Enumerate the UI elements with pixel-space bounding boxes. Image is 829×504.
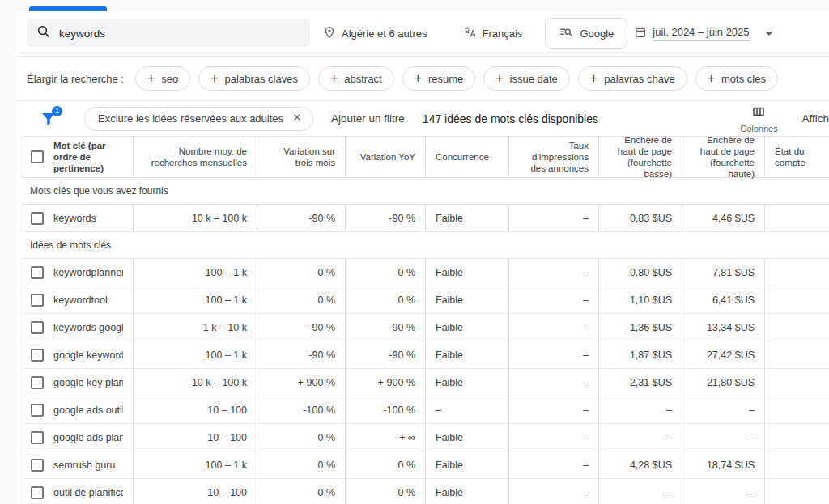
header-competition[interactable]: Concurrence	[426, 137, 509, 177]
date-range-selector[interactable]: juil. 2024 – juin 2025	[634, 26, 772, 41]
keyword-planner-page: Algérie et 6 autres Français Google juil…	[0, 0, 829, 504]
broaden-chip[interactable]: + seo	[135, 66, 190, 91]
active-filter-chip[interactable]: Exclure les idées réservées aux adultes	[84, 107, 313, 131]
broaden-chip[interactable]: + abstract	[318, 66, 394, 91]
keyword-text[interactable]: google key planner	[53, 377, 123, 388]
location-selector[interactable]: Algérie et 6 autres	[323, 26, 427, 41]
three-month-change-cell: -90 %	[257, 314, 346, 341]
broaden-chip[interactable]: + palabras claves	[198, 66, 310, 91]
account-status-cell	[765, 314, 829, 341]
account-status-cell	[765, 479, 829, 504]
add-filter-button[interactable]: Ajouter un filtre	[331, 112, 405, 125]
filter-button[interactable]: 1	[39, 109, 58, 129]
keyword-cell: keywords google	[23, 314, 134, 341]
columns-icon	[751, 104, 766, 122]
columns-button[interactable]: Colonnes	[733, 104, 784, 133]
account-status-cell	[765, 424, 829, 451]
keyword-text[interactable]: keywordplanner	[53, 267, 123, 278]
keyword-text[interactable]: outil de planificatio…	[53, 487, 123, 498]
broaden-chip[interactable]: + issue date	[483, 66, 570, 91]
filter-bar: 1 Exclure les idées réservées aux adulte…	[16, 101, 829, 136]
row-checkbox[interactable]	[31, 404, 44, 417]
yoy-change-cell: 0 %	[346, 259, 426, 286]
tab-strip	[0, 0, 829, 11]
broaden-chip-label: seo	[161, 73, 178, 85]
row-checkbox[interactable]	[31, 431, 44, 444]
broaden-chip[interactable]: + resume	[402, 66, 476, 91]
close-icon[interactable]	[291, 112, 303, 125]
bid-low-cell: 4,28 $US	[599, 451, 682, 478]
three-month-change-cell: -90 %	[257, 205, 346, 231]
bid-low-cell: –	[599, 424, 682, 451]
three-month-change-cell: 0 %	[257, 424, 346, 451]
broaden-search-label: Élargir la recherche :	[27, 73, 124, 85]
competition-cell: Faible	[426, 341, 509, 368]
three-month-change-cell: 0 %	[257, 451, 346, 478]
header-three-month-change[interactable]: Variation sur trois mois	[257, 137, 346, 177]
table-row: keywordplanner 100 – 1 k 0 % 0 % Faible …	[23, 259, 829, 286]
keyword-text[interactable]: google keywordpla…	[53, 349, 123, 361]
avg-searches-cell: 1 k – 10 k	[134, 314, 257, 341]
keyword-text[interactable]: keywords	[53, 213, 96, 224]
keyword-cell: google ads planific…	[23, 424, 134, 451]
broaden-chip[interactable]: + mots cles	[695, 66, 778, 91]
keyword-text[interactable]: google ads outil de…	[53, 404, 123, 416]
header-account-status[interactable]: État du compte	[765, 137, 829, 177]
bid-low-cell: 1,36 $US	[599, 314, 682, 341]
keyword-text[interactable]: keywordtool	[53, 294, 108, 306]
row-checkbox[interactable]	[31, 294, 44, 307]
bid-low-cell: 0,83 $US	[599, 205, 682, 231]
avg-searches-cell: 100 – 1 k	[134, 341, 257, 368]
three-month-change-cell: 0 %	[257, 286, 346, 313]
broaden-chip-label: issue date	[510, 73, 558, 85]
row-checkbox[interactable]	[31, 212, 44, 225]
row-checkbox[interactable]	[31, 321, 44, 334]
bid-low-cell: 1,10 $US	[599, 286, 682, 313]
table-header: Mot clé (par ordre de pertinence) Nombre…	[23, 136, 829, 178]
avg-searches-cell: 10 – 100	[134, 424, 257, 451]
competition-cell: –	[426, 396, 509, 423]
avg-searches-cell: 100 – 1 k	[134, 286, 257, 313]
bid-low-cell: 0,80 $US	[599, 259, 682, 286]
section-label: Idées de mots clés	[30, 239, 111, 251]
plus-icon: +	[590, 72, 597, 85]
keyword-text[interactable]: semrush guru	[53, 460, 115, 471]
header-top-of-page-bid-low[interactable]: Enchère de haut de page (fourchette bass…	[599, 137, 682, 177]
broaden-chip-label: palabras claves	[225, 73, 298, 85]
select-all-checkbox[interactable]	[31, 150, 44, 163]
keyword-text[interactable]: keywords google	[53, 322, 123, 333]
header-top-of-page-bid-high[interactable]: Enchère de haut de page (fourchette haut…	[682, 137, 765, 177]
row-checkbox[interactable]	[31, 486, 44, 499]
keyword-search-box[interactable]	[27, 19, 310, 47]
bid-low-cell: –	[599, 396, 682, 423]
row-checkbox[interactable]	[31, 349, 44, 362]
ad-impression-share-cell: –	[509, 286, 599, 313]
language-selector[interactable]: Français	[463, 25, 523, 41]
location-label: Algérie et 6 autres	[342, 28, 427, 40]
search-input[interactable]	[59, 28, 300, 40]
header-keyword[interactable]: Mot clé (par ordre de pertinence)	[23, 137, 134, 177]
section-band: Mots clés que vous avez fournis	[23, 178, 829, 204]
row-checkbox[interactable]	[31, 459, 44, 472]
columns-label: Colonnes	[740, 124, 777, 133]
competition-cell: Faible	[426, 314, 509, 341]
keyword-text[interactable]: google ads planific…	[53, 432, 123, 443]
avg-searches-cell: 10 – 100	[134, 396, 257, 423]
header-ad-impression-share[interactable]: Taux d'impressions des annonces	[509, 137, 599, 177]
account-status-cell	[765, 205, 829, 231]
bid-high-cell: 21,80 $US	[682, 369, 765, 396]
date-range-label: juil. 2024 – juin 2025	[653, 26, 749, 41]
bid-high-cell: –	[682, 424, 765, 451]
bid-low-cell: 2,31 $US	[599, 369, 682, 396]
broaden-chip[interactable]: + palavras chave	[578, 66, 687, 91]
row-checkbox[interactable]	[31, 376, 44, 389]
yoy-change-cell: + 900 %	[346, 369, 426, 396]
avg-searches-cell: 10 k – 100 k	[134, 369, 257, 396]
competition-cell: Faible	[426, 369, 509, 396]
row-checkbox[interactable]	[31, 266, 44, 279]
header-avg-monthly-searches[interactable]: Nombre moy. de recherches mensuelles	[134, 137, 257, 177]
table-group: keywordplanner 100 – 1 k 0 % 0 % Faible …	[23, 258, 829, 504]
network-selector[interactable]: Google	[545, 18, 627, 49]
header-yoy-change[interactable]: Variation YoY	[346, 137, 426, 177]
view-toggle-button[interactable]: Affich	[801, 112, 829, 125]
